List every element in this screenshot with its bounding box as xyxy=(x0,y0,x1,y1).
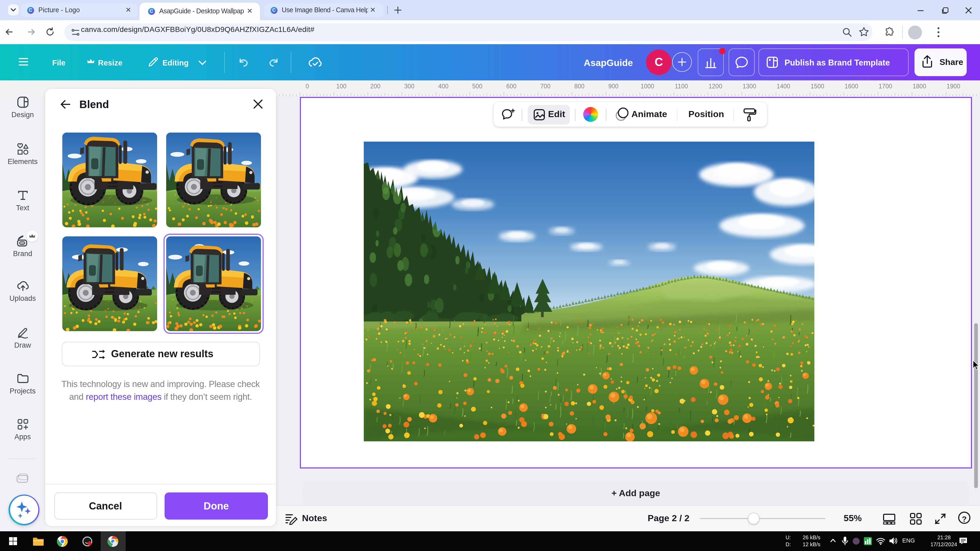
svg-text:CO: CO xyxy=(20,242,24,245)
